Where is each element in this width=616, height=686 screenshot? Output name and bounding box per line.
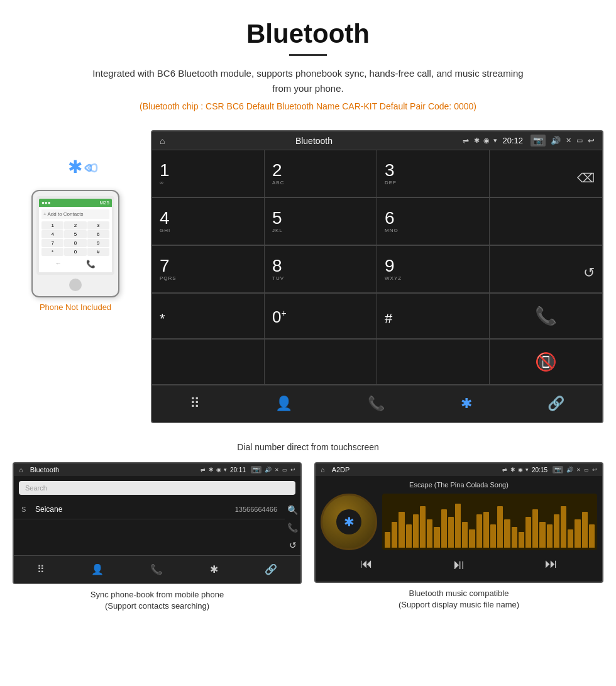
phonebook-screenshot: ⌂ Bluetooth ⇌ ✱ ◉ ▾ 20:11 📷 🔊 ✕ ▭ ↩ Sear… [13, 462, 302, 612]
dialpad-key-hash[interactable]: # [377, 294, 490, 339]
phone-home-button[interactable] [69, 279, 82, 291]
phone-key[interactable]: 6 [87, 230, 109, 238]
pb-nav-link[interactable]: 🔗 [260, 561, 282, 578]
phonebook-entry[interactable]: S Seicane 13566664466 [14, 500, 285, 519]
eq-bar-9 [448, 517, 454, 548]
eq-bar-2 [399, 512, 404, 548]
dialpad-key-5[interactable]: 5 JKL [265, 198, 377, 245]
home-icon[interactable]: ⌂ [160, 136, 165, 146]
ms-window-icon[interactable]: ▭ [584, 467, 589, 473]
phone-key[interactable]: 7 [41, 239, 63, 247]
prev-button[interactable]: ⏮ [360, 556, 373, 573]
phonebook-search-bar[interactable]: Search [19, 481, 295, 495]
nav-phone-icon[interactable]: 📞 [363, 393, 390, 414]
dialpad-call-red-cell[interactable]: 📵 [490, 340, 602, 385]
dialpad-key-1[interactable]: 1 ∞ [152, 150, 265, 197]
pb-camera-icon[interactable]: 📷 [251, 466, 261, 473]
close-icon[interactable]: ✕ [566, 136, 571, 145]
phone-key[interactable]: 2 [64, 221, 86, 230]
ms-volume-icon[interactable]: 🔊 [566, 467, 573, 473]
nav-person-icon[interactable]: 👤 [270, 393, 297, 414]
phone-key[interactable]: 9 [87, 239, 109, 247]
music-status-icons: ✱ ◉ ▾ [510, 467, 529, 473]
call-red-icon[interactable]: 📵 [535, 351, 557, 372]
phone-key[interactable]: # [87, 248, 109, 256]
volume-icon[interactable]: 🔊 [551, 136, 561, 145]
phone-screen-content: + Add to Contacts 1 2 3 4 5 6 7 8 9 * 0 … [39, 207, 112, 272]
search-placeholder: Search [25, 484, 47, 492]
phone-key[interactable]: 4 [41, 230, 63, 238]
ms-camera-icon[interactable]: 📷 [553, 466, 563, 473]
dialpad-row-2: 4 GHI 5 JKL 6 MNO [152, 197, 602, 245]
phone-key[interactable]: 3 [87, 221, 109, 230]
pb-window-icon[interactable]: ▭ [282, 467, 287, 473]
pb-call-icon[interactable]: 📞 [287, 523, 298, 533]
eq-bar-13 [476, 514, 482, 548]
backspace-icon[interactable]: ⌫ [577, 170, 595, 185]
pb-close-icon[interactable]: ✕ [275, 467, 279, 473]
dialpad-key-9[interactable]: 9 WXYZ [377, 246, 490, 293]
phone-key[interactable]: 0 [64, 248, 86, 256]
eq-bar-18 [512, 527, 517, 548]
svg-text:✱: ✱ [68, 157, 82, 177]
eq-bar-1 [392, 522, 397, 548]
car-screen-area: ⌂ Bluetooth ⇌ ✱ ◉ ▾ 20:12 📷 🔊 ✕ ▭ ↩ 1 [151, 130, 603, 423]
back-icon[interactable]: ↩ [588, 136, 595, 145]
page-title: Bluetooth [13, 19, 603, 49]
dialpad-call-green-cell[interactable]: 📞 [490, 294, 602, 339]
eq-bar-15 [490, 524, 496, 548]
page-description: Integrated with BC6 Bluetooth module, su… [88, 66, 528, 96]
pb-back-icon[interactable]: ↩ [290, 467, 295, 473]
phonebook-caption: Sync phone-book from mobile phone (Suppo… [84, 584, 230, 612]
phonebook-status-icons: ✱ ◉ ▾ [209, 467, 227, 473]
eq-bar-0 [385, 532, 390, 548]
dialpad-key-7[interactable]: 7 PQRS [152, 246, 265, 293]
pb-search-icon[interactable]: 🔍 [287, 505, 298, 515]
phone-key[interactable]: 8 [64, 239, 86, 247]
pb-nav-grid[interactable]: ⠿ [32, 561, 50, 578]
phone-key[interactable]: * [41, 248, 63, 256]
phonebook-home-icon[interactable]: ⌂ [19, 466, 23, 473]
eq-bar-25 [561, 506, 566, 548]
camera-icon[interactable]: 📷 [531, 135, 546, 147]
next-button[interactable]: ⏭ [545, 556, 558, 573]
pb-nav-phone[interactable]: 📞 [145, 561, 168, 578]
ms-back-icon[interactable]: ↩ [592, 467, 597, 473]
entry-number: 13566664466 [235, 506, 277, 513]
music-home-icon[interactable]: ⌂ [321, 466, 325, 473]
dialpad-key-star[interactable]: * [152, 294, 265, 339]
dialpad-key-4[interactable]: 4 GHI [152, 198, 265, 245]
dialpad-key-2[interactable]: 2 ABC [265, 150, 377, 197]
phone-key[interactable]: 1 [41, 221, 63, 230]
pb-signal-icon: ▾ [224, 467, 227, 473]
bluetooth-status-icon: ✱ [474, 136, 480, 145]
status-time: 20:12 [502, 136, 523, 145]
music-screen-content: Escape (The Pina Colada Song) ✱ ⏮ ⏯ [316, 476, 602, 582]
music-art-area: ✱ [321, 494, 597, 550]
bluetooth-signal-icon: ✱ [50, 149, 101, 187]
nav-grid-icon[interactable]: ⠿ [185, 393, 205, 414]
window-icon[interactable]: ▭ [576, 136, 583, 145]
pb-nav-bluetooth[interactable]: ✱ [205, 561, 223, 578]
gps-icon: ◉ [483, 136, 490, 145]
dialpad-empty-r5-2 [265, 340, 377, 385]
dialpad-key-0[interactable]: 0+ [265, 294, 377, 339]
nav-link-icon[interactable]: 🔗 [542, 393, 569, 414]
nav-bluetooth-icon[interactable]: ✱ [456, 393, 477, 414]
dialpad-key-8[interactable]: 8 TUV [265, 246, 377, 293]
pb-nav-person[interactable]: 👤 [86, 561, 109, 578]
phone-key[interactable]: 5 [64, 230, 86, 238]
dialpad-key-6[interactable]: 6 MNO [377, 198, 490, 245]
pb-volume-icon[interactable]: 🔊 [265, 467, 272, 473]
music-caption-text: Bluetooth music compatible (Support disp… [399, 589, 519, 609]
play-pause-button[interactable]: ⏯ [452, 556, 466, 573]
ms-close-icon[interactable]: ✕ [576, 467, 581, 473]
dialpad-key-3[interactable]: 3 DEF [377, 150, 490, 197]
entry-letter: S [21, 506, 30, 513]
call-green-icon[interactable]: 📞 [535, 306, 557, 326]
reload-icon[interactable]: ↺ [583, 265, 595, 281]
eq-bar-16 [497, 506, 503, 548]
entry-name: Seicane [35, 505, 230, 514]
music-controls: ⏮ ⏯ ⏭ [321, 550, 597, 577]
pb-reload-icon[interactable]: ↺ [289, 540, 297, 550]
